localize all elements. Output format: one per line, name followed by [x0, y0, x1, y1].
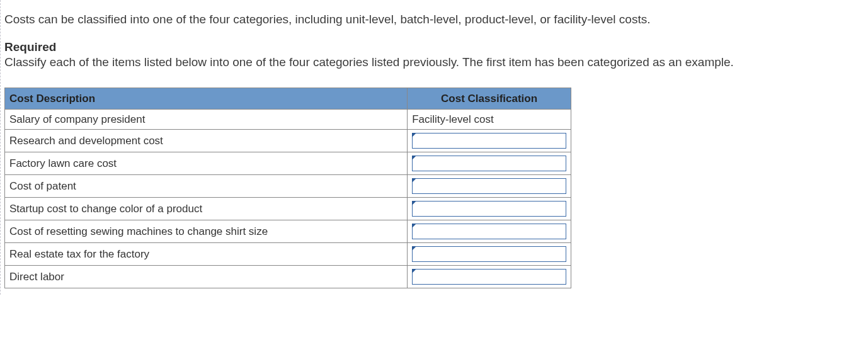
cost-description-cell: Direct labor [5, 266, 408, 288]
classification-dropdown[interactable] [412, 269, 566, 285]
table-row: Research and development cost [5, 130, 571, 152]
dropdown-indicator-icon [412, 246, 416, 251]
table-row: Cost of patent [5, 175, 571, 198]
cost-classification-cell [408, 130, 571, 152]
cost-classification-cell [408, 175, 571, 198]
table-header-classification: Cost Classification [408, 88, 571, 110]
dropdown-indicator-icon [412, 133, 416, 137]
table-row: Salary of company presidentFacility-leve… [5, 110, 571, 130]
required-instructions: Classify each of the items listed below … [4, 54, 862, 71]
cost-description-cell: Cost of resetting sewing machines to cha… [5, 220, 408, 243]
cost-description-cell: Salary of company president [5, 110, 408, 130]
cost-classification-cell [408, 198, 571, 220]
cost-classification-cell [408, 152, 571, 175]
table-row: Real estate tax for the factory [5, 243, 571, 266]
table-row: Factory lawn care cost [5, 152, 571, 175]
cost-description-cell: Factory lawn care cost [5, 152, 408, 175]
cost-classification-cell [408, 220, 571, 243]
cost-description-cell: Real estate tax for the factory [5, 243, 408, 266]
table-row: Direct labor [5, 266, 571, 288]
classification-dropdown[interactable] [412, 246, 566, 262]
dropdown-indicator-icon [412, 178, 416, 183]
classification-dropdown[interactable] [412, 133, 566, 149]
dropdown-indicator-icon [412, 156, 416, 160]
intro-text: Costs can be classified into one of the … [4, 11, 862, 28]
table-header-description: Cost Description [5, 88, 408, 110]
cost-description-cell: Research and development cost [5, 130, 408, 152]
table-row: Startup cost to change color of a produc… [5, 198, 571, 220]
table-row: Cost of resetting sewing machines to cha… [5, 220, 571, 243]
cost-description-cell: Cost of patent [5, 175, 408, 198]
cost-classification-cell [408, 266, 571, 288]
cost-classification-example: Facility-level cost [408, 110, 571, 130]
classification-dropdown[interactable] [412, 156, 566, 171]
cost-classification-table: Cost Description Cost Classification Sal… [4, 88, 571, 288]
dropdown-indicator-icon [412, 201, 416, 205]
dropdown-indicator-icon [412, 224, 416, 228]
classification-dropdown[interactable] [412, 178, 566, 194]
classification-dropdown[interactable] [412, 201, 566, 217]
cost-description-cell: Startup cost to change color of a produc… [5, 198, 408, 220]
cost-classification-cell [408, 243, 571, 266]
dropdown-indicator-icon [412, 269, 416, 273]
required-heading: Required [4, 40, 862, 54]
classification-dropdown[interactable] [412, 224, 566, 239]
